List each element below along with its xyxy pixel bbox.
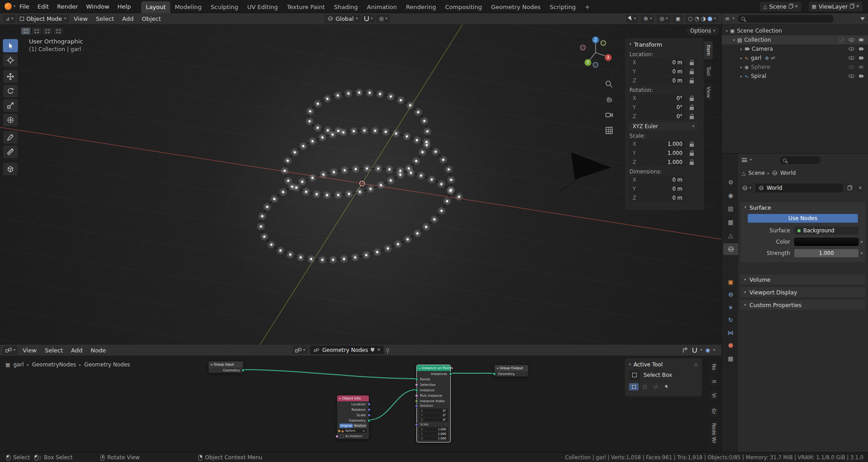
object-menu[interactable]: Object bbox=[138, 15, 164, 22]
render-visibility-icon[interactable] bbox=[859, 48, 863, 50]
surface-shader-field[interactable]: Background bbox=[794, 226, 858, 235]
tool-circle-select-button[interactable] bbox=[640, 383, 649, 390]
geometry-output-socket[interactable] bbox=[242, 369, 245, 372]
tool-select-box[interactable] bbox=[3, 39, 18, 53]
rotation-output-socket[interactable] bbox=[367, 408, 371, 411]
rotation-y-field[interactable]: Y0° bbox=[630, 103, 686, 111]
location-y-field[interactable]: Y0 m bbox=[630, 67, 686, 76]
tool-cursor[interactable] bbox=[3, 53, 18, 67]
outliner-editor-icon[interactable]: ≡ bbox=[725, 15, 730, 22]
scale-z-field[interactable]: Z1.000 bbox=[630, 158, 686, 166]
ne-tab-node-wrangler[interactable]: Node Wr bbox=[710, 420, 719, 446]
add-workspace-button[interactable]: + bbox=[580, 1, 594, 13]
lock-icon[interactable] bbox=[690, 144, 694, 147]
npanel-tab-view[interactable]: View bbox=[704, 82, 713, 101]
hide-eye-icon[interactable] bbox=[849, 56, 854, 60]
geometry-input-socket[interactable] bbox=[493, 372, 496, 375]
workspace-tab-sculpting[interactable]: Sculpting bbox=[206, 1, 243, 13]
workspace-tab-texture-paint[interactable]: Texture Paint bbox=[282, 1, 329, 13]
gizmos-dropdown[interactable]: ⊕ ▾ bbox=[641, 14, 654, 23]
world-name-field[interactable]: World bbox=[755, 183, 843, 192]
geometry-output-socket[interactable] bbox=[367, 419, 371, 422]
collapse-icon[interactable]: ▾ bbox=[630, 43, 631, 46]
color-swatch[interactable] bbox=[794, 238, 858, 246]
render-properties-tab[interactable]: ◉ bbox=[723, 189, 738, 201]
outliner-row-sphere[interactable]: ▸ ● Sphere bbox=[722, 63, 868, 72]
lock-icon[interactable] bbox=[690, 80, 694, 83]
breadcrumb-node-tree[interactable]: Geometry Nodes bbox=[84, 361, 130, 368]
clear-object-icon[interactable]: ✕ bbox=[362, 429, 365, 433]
volume-panel[interactable]: ▸Volume bbox=[740, 274, 866, 285]
breadcrumb-scene[interactable]: Scene bbox=[748, 170, 765, 176]
menu-window[interactable]: Window bbox=[82, 0, 113, 13]
expand-icon[interactable]: ▾ bbox=[725, 29, 729, 33]
render-visibility-icon[interactable] bbox=[859, 75, 863, 77]
collapse-icon[interactable]: ▾ bbox=[629, 363, 631, 366]
node-group-input[interactable]: ▾Group Input Geometry bbox=[208, 361, 243, 373]
animate-dot-icon[interactable] bbox=[861, 252, 863, 254]
render-visibility-icon[interactable] bbox=[859, 38, 863, 41]
proportional-editing-toggle[interactable]: ◎ ▾ bbox=[376, 14, 390, 23]
node-select-menu[interactable]: Select bbox=[41, 347, 67, 354]
rotation-z-field[interactable]: Z0° bbox=[419, 418, 448, 422]
solid-shading-button[interactable]: ◔ bbox=[695, 16, 699, 21]
rotation-z-field[interactable]: Z0° bbox=[630, 112, 686, 120]
scale-input-socket[interactable] bbox=[415, 423, 418, 426]
hide-eye-icon[interactable] bbox=[849, 74, 854, 78]
outliner-row-garl[interactable]: ▸ ∿ garl ⚙ bbox=[722, 53, 868, 63]
pick-instance-input-socket[interactable] bbox=[415, 394, 418, 397]
outliner-row-collection[interactable]: ▾ ▧ Collection ✓ bbox=[722, 35, 868, 44]
view-layer-selector[interactable]: ▦ ViewLayer ✕ bbox=[809, 2, 863, 11]
new-scene-icon[interactable] bbox=[789, 5, 792, 9]
editor-type-button[interactable]: ▾ bbox=[3, 346, 18, 355]
npanel-tab-tool[interactable]: Tool bbox=[704, 62, 713, 81]
strength-slider[interactable]: 1.000 bbox=[794, 249, 858, 257]
dimensions-y-field[interactable]: Y0 m bbox=[630, 185, 686, 193]
scale-x-field[interactable]: X1.000 bbox=[630, 140, 686, 148]
scale-y-field[interactable]: Y1.000 bbox=[419, 432, 448, 436]
node-view-menu[interactable]: View bbox=[19, 347, 40, 354]
rotation-x-field[interactable]: X0° bbox=[419, 409, 448, 413]
workspace-tab-rendering[interactable]: Rendering bbox=[401, 1, 440, 13]
expand-icon[interactable]: ▾ bbox=[732, 38, 736, 42]
collection-checkbox[interactable]: ✓ bbox=[839, 38, 844, 43]
wireframe-shading-button[interactable]: ○ bbox=[688, 16, 692, 21]
properties-search-input[interactable] bbox=[780, 156, 820, 164]
ne-tab-node[interactable]: No bbox=[710, 361, 719, 373]
options-dropdown[interactable]: Options ▾ bbox=[686, 27, 719, 35]
rendered-shading-button[interactable]: ● bbox=[708, 16, 712, 21]
delete-scene-icon[interactable]: ✕ bbox=[795, 5, 798, 9]
modifier-properties-tab[interactable]: ⚙ bbox=[723, 289, 738, 300]
lock-icon[interactable] bbox=[690, 107, 694, 110]
new-view-layer-icon[interactable] bbox=[850, 5, 854, 9]
rotation-input-socket[interactable] bbox=[415, 404, 418, 408]
expand-icon[interactable]: ▸ bbox=[739, 56, 744, 60]
location-output-socket[interactable] bbox=[367, 403, 371, 406]
tool-rotate[interactable] bbox=[3, 84, 18, 98]
tool-transform[interactable] bbox=[3, 113, 18, 127]
original-button[interactable]: Original bbox=[339, 424, 353, 428]
lock-icon[interactable] bbox=[690, 162, 694, 165]
properties-editor-icon[interactable] bbox=[742, 158, 747, 162]
object-input-socket[interactable] bbox=[338, 429, 341, 433]
world-properties-tab[interactable] bbox=[723, 243, 738, 255]
tool-properties-tab[interactable]: ⚙ bbox=[723, 176, 738, 188]
expand-icon[interactable]: ▸ bbox=[739, 47, 744, 51]
render-visibility-icon[interactable] bbox=[859, 57, 863, 59]
scale-y-field[interactable]: Y1.000 bbox=[630, 149, 686, 157]
pin-icon[interactable] bbox=[386, 348, 389, 351]
menu-edit[interactable]: Edit bbox=[33, 0, 53, 13]
lock-icon[interactable] bbox=[690, 98, 694, 101]
select-mode-new-button[interactable] bbox=[21, 27, 31, 35]
custom-properties-panel[interactable]: ▸Custom Properties bbox=[740, 299, 866, 310]
overlays-toggle-icon[interactable]: ◉ bbox=[706, 347, 710, 353]
animate-dot-icon[interactable] bbox=[861, 241, 863, 243]
tool-move[interactable] bbox=[3, 70, 18, 83]
gizmo-negative-z-axis[interactable] bbox=[593, 63, 598, 67]
workspace-tab-layout[interactable]: Layout bbox=[141, 1, 170, 13]
tool-tweak-button[interactable] bbox=[662, 383, 671, 390]
new-world-button[interactable] bbox=[845, 183, 854, 192]
workspace-tab-scripting[interactable]: Scripting bbox=[545, 1, 581, 13]
ne-tab-group[interactable]: Gr bbox=[710, 405, 719, 418]
mode-dropdown[interactable]: Object Mode ▾ bbox=[17, 14, 69, 23]
